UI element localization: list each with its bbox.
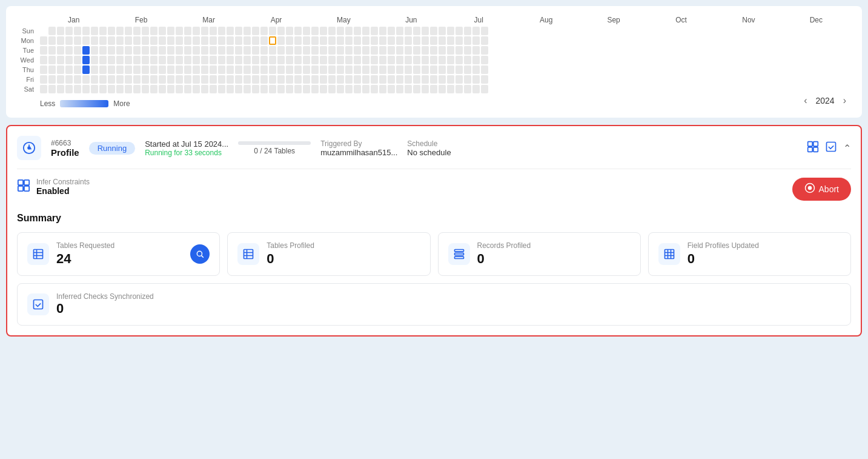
calendar-cell[interactable] <box>456 75 463 84</box>
calendar-cell[interactable] <box>472 56 480 64</box>
calendar-cell[interactable] <box>430 27 437 35</box>
calendar-cell[interactable] <box>252 56 259 64</box>
calendar-cell[interactable] <box>159 56 166 64</box>
calendar-cell[interactable] <box>328 36 336 45</box>
calendar-cell[interactable] <box>218 85 225 93</box>
calendar-cell[interactable] <box>472 36 480 45</box>
calendar-cell[interactable] <box>439 46 446 55</box>
calendar-cell[interactable] <box>227 46 234 55</box>
calendar-cell[interactable] <box>430 85 437 93</box>
calendar-cell[interactable] <box>379 65 386 74</box>
calendar-cell[interactable] <box>303 27 310 35</box>
calendar-cell[interactable] <box>252 65 259 74</box>
calendar-cell[interactable] <box>125 27 132 35</box>
calendar-cell[interactable] <box>133 27 141 35</box>
calendar-cell[interactable] <box>481 85 488 93</box>
calendar-cell[interactable] <box>277 36 285 45</box>
calendar-cell[interactable] <box>167 36 174 45</box>
calendar-cell[interactable] <box>430 75 437 84</box>
calendar-cell[interactable] <box>125 46 132 55</box>
calendar-cell[interactable] <box>481 36 488 45</box>
calendar-cell[interactable] <box>379 36 386 45</box>
calendar-cell[interactable] <box>125 56 132 64</box>
calendar-cell[interactable] <box>99 46 107 55</box>
calendar-cell[interactable] <box>439 27 446 35</box>
calendar-cell[interactable] <box>269 27 276 35</box>
calendar-cell[interactable] <box>277 65 285 74</box>
calendar-cell[interactable] <box>320 56 327 64</box>
calendar-cell[interactable] <box>227 56 234 64</box>
calendar-cell[interactable] <box>159 27 166 35</box>
calendar-cell[interactable] <box>227 85 234 93</box>
calendar-cell[interactable] <box>464 27 471 35</box>
calendar-cell[interactable] <box>303 46 310 55</box>
calendar-cell[interactable] <box>74 85 81 93</box>
calendar-cell[interactable] <box>464 56 471 64</box>
calendar-cell[interactable] <box>176 36 183 45</box>
calendar-cell[interactable] <box>345 27 353 35</box>
calendar-cell[interactable] <box>354 27 361 35</box>
calendar-cell[interactable] <box>91 36 98 45</box>
calendar-cell[interactable] <box>260 36 268 45</box>
calendar-cell[interactable] <box>379 56 386 64</box>
calendar-cell[interactable] <box>447 27 454 35</box>
calendar-cell[interactable] <box>464 46 471 55</box>
calendar-cell[interactable] <box>354 85 361 93</box>
calendar-cell[interactable] <box>91 27 98 35</box>
calendar-cell[interactable] <box>57 27 64 35</box>
calendar-cell[interactable] <box>65 56 73 64</box>
calendar-cell[interactable] <box>456 85 463 93</box>
calendar-cell[interactable] <box>320 36 327 45</box>
calendar-cell[interactable] <box>57 56 64 64</box>
calendar-cell[interactable] <box>345 65 353 74</box>
calendar-cell[interactable] <box>218 36 225 45</box>
calendar-cell[interactable] <box>176 46 183 55</box>
calendar-cell[interactable] <box>413 85 420 93</box>
calendar-cell[interactable] <box>193 75 200 84</box>
calendar-cell[interactable] <box>413 27 420 35</box>
calendar-cell[interactable] <box>65 46 73 55</box>
calendar-cell[interactable] <box>439 56 446 64</box>
calendar-cell[interactable] <box>328 65 336 74</box>
collapse-icon[interactable]: ⌃ <box>843 142 851 154</box>
calendar-cell[interactable] <box>456 27 463 35</box>
calendar-cell[interactable] <box>311 46 319 55</box>
calendar-cell[interactable] <box>362 46 369 55</box>
calendar-cell[interactable] <box>57 65 64 74</box>
calendar-cell[interactable] <box>379 46 386 55</box>
calendar-cell[interactable] <box>65 65 73 74</box>
calendar-cell[interactable] <box>396 75 403 84</box>
calendar-cell[interactable] <box>150 65 157 74</box>
calendar-cell[interactable] <box>269 85 276 93</box>
calendar-cell[interactable] <box>311 75 319 84</box>
calendar-cell[interactable] <box>311 56 319 64</box>
calendar-cell[interactable] <box>167 65 174 74</box>
calendar-cell[interactable] <box>269 36 276 45</box>
calendar-cell[interactable] <box>413 36 420 45</box>
calendar-cell[interactable] <box>447 85 454 93</box>
calendar-cell[interactable] <box>167 85 174 93</box>
calendar-cell[interactable] <box>235 56 242 64</box>
calendar-cell[interactable] <box>422 36 429 45</box>
calendar-cell[interactable] <box>133 56 141 64</box>
calendar-cell[interactable] <box>328 56 336 64</box>
calendar-cell[interactable] <box>142 36 149 45</box>
calendar-cell[interactable] <box>116 46 124 55</box>
calendar-cell[interactable] <box>320 65 327 74</box>
calendar-cell[interactable] <box>74 75 81 84</box>
calendar-cell[interactable] <box>91 75 98 84</box>
calendar-cell[interactable] <box>40 65 47 74</box>
calendar-cell[interactable] <box>150 75 157 84</box>
calendar-cell[interactable] <box>379 27 386 35</box>
calendar-cell[interactable] <box>464 75 471 84</box>
calendar-cell[interactable] <box>65 75 73 84</box>
calendar-cell[interactable] <box>150 27 157 35</box>
calendar-cell[interactable] <box>125 65 132 74</box>
calendar-cell[interactable] <box>48 75 56 84</box>
calendar-cell[interactable] <box>133 85 141 93</box>
calendar-cell[interactable] <box>422 85 429 93</box>
calendar-cell[interactable] <box>388 65 395 74</box>
calendar-cell[interactable] <box>99 75 107 84</box>
calendar-cell[interactable] <box>320 46 327 55</box>
calendar-cell[interactable] <box>413 46 420 55</box>
